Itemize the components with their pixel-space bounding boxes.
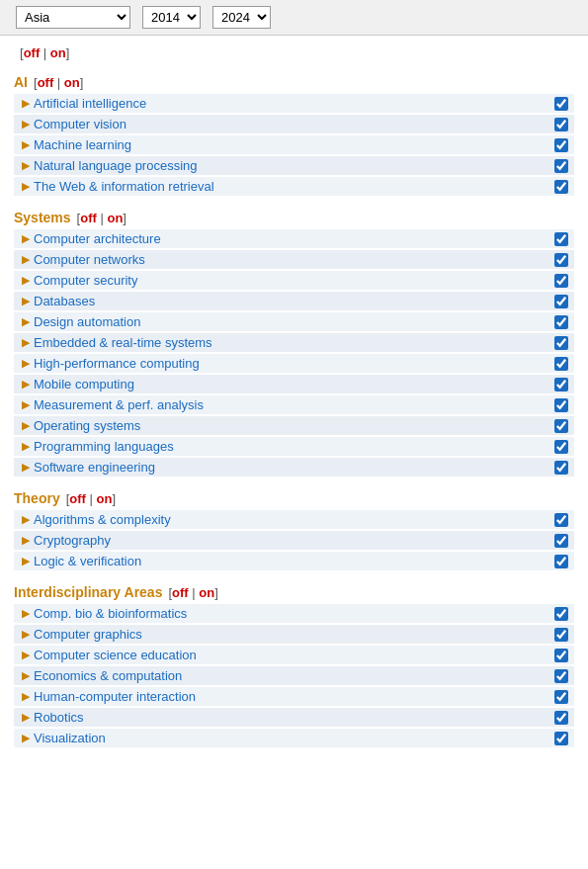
item-label[interactable]: Programming languages — [34, 439, 554, 454]
list-item: ▶Design automation — [14, 312, 574, 331]
expand-arrow-icon[interactable]: ▶ — [22, 315, 30, 328]
expand-arrow-icon[interactable]: ▶ — [22, 649, 30, 661]
expand-arrow-icon[interactable]: ▶ — [22, 628, 30, 641]
item-checkbox[interactable] — [554, 295, 568, 308]
expand-arrow-icon[interactable]: ▶ — [22, 711, 30, 724]
item-checkbox[interactable] — [554, 274, 568, 288]
expand-arrow-icon[interactable]: ▶ — [22, 419, 30, 432]
item-label[interactable]: The Web & information retrieval — [34, 179, 554, 194]
item-checkbox[interactable] — [554, 138, 568, 152]
expand-arrow-icon[interactable]: ▶ — [22, 232, 30, 245]
expand-arrow-icon[interactable]: ▶ — [22, 180, 30, 193]
item-checkbox[interactable] — [554, 461, 568, 475]
expand-arrow-icon[interactable]: ▶ — [22, 398, 30, 411]
expand-arrow-icon[interactable]: ▶ — [22, 378, 30, 391]
item-checkbox[interactable] — [554, 669, 568, 683]
item-label[interactable]: Operating systems — [34, 418, 554, 433]
expand-arrow-icon[interactable]: ▶ — [22, 513, 30, 526]
expand-arrow-icon[interactable]: ▶ — [22, 607, 30, 620]
expand-arrow-icon[interactable]: ▶ — [22, 440, 30, 453]
expand-arrow-icon[interactable]: ▶ — [22, 253, 30, 266]
item-checkbox[interactable] — [554, 253, 568, 267]
all-areas-off[interactable]: off — [24, 45, 41, 60]
item-checkbox[interactable] — [554, 419, 568, 433]
expand-arrow-icon[interactable]: ▶ — [22, 274, 30, 287]
item-label[interactable]: Algorithms & complexity — [34, 512, 554, 527]
item-label[interactable]: Computer science education — [34, 648, 554, 662]
expand-arrow-icon[interactable]: ▶ — [22, 97, 30, 110]
item-checkbox[interactable] — [554, 534, 568, 548]
expand-arrow-icon[interactable]: ▶ — [22, 138, 30, 151]
item-label[interactable]: Databases — [34, 294, 554, 308]
item-label[interactable]: Computer security — [34, 273, 554, 288]
section-toggles-interdisciplinary: [off | on] — [168, 585, 217, 600]
item-checkbox[interactable] — [554, 711, 568, 725]
region-select[interactable]: Asia North America Europe Australasia Ca… — [16, 6, 130, 29]
expand-arrow-icon[interactable]: ▶ — [22, 357, 30, 370]
section-off-ai[interactable]: off — [38, 75, 54, 90]
item-label[interactable]: Computer networks — [34, 252, 554, 267]
item-checkbox[interactable] — [554, 690, 568, 704]
expand-arrow-icon[interactable]: ▶ — [22, 732, 30, 744]
item-label[interactable]: Design automation — [34, 314, 554, 329]
item-label[interactable]: Machine learning — [34, 137, 554, 152]
item-checkbox[interactable] — [554, 357, 568, 371]
item-checkbox[interactable] — [554, 649, 568, 662]
item-checkbox[interactable] — [554, 628, 568, 642]
item-checkbox[interactable] — [554, 398, 568, 412]
from-year-select[interactable]: 201420152016 201720182019 202020212022 2… — [142, 6, 201, 29]
item-label[interactable]: Computer graphics — [34, 627, 554, 642]
item-checkbox[interactable] — [554, 232, 568, 246]
item-label[interactable]: Robotics — [34, 710, 554, 725]
item-checkbox[interactable] — [554, 315, 568, 329]
item-label[interactable]: Logic & verification — [34, 554, 554, 568]
item-label[interactable]: Artificial intelligence — [34, 96, 554, 111]
expand-arrow-icon[interactable]: ▶ — [22, 118, 30, 130]
sections-container: AI [off | on] ▶Artificial intelligence▶C… — [14, 74, 574, 747]
all-areas-on[interactable]: on — [50, 45, 66, 60]
item-checkbox[interactable] — [554, 97, 568, 111]
section-off-interdisciplinary[interactable]: off — [172, 585, 189, 600]
item-label[interactable]: Cryptography — [34, 533, 554, 548]
expand-arrow-icon[interactable]: ▶ — [22, 534, 30, 547]
expand-arrow-icon[interactable]: ▶ — [22, 690, 30, 703]
item-checkbox[interactable] — [554, 336, 568, 350]
item-label[interactable]: Natural language processing — [34, 158, 554, 173]
item-label[interactable]: Computer architecture — [34, 231, 554, 246]
section-label-ai: AI — [14, 74, 28, 90]
section-on-systems[interactable]: on — [107, 211, 123, 225]
expand-arrow-icon[interactable]: ▶ — [22, 336, 30, 349]
expand-arrow-icon[interactable]: ▶ — [22, 555, 30, 567]
list-item: ▶Measurement & perf. analysis — [14, 395, 574, 414]
item-label[interactable]: Human-computer interaction — [34, 689, 554, 704]
section-on-interdisciplinary[interactable]: on — [199, 585, 214, 600]
expand-arrow-icon[interactable]: ▶ — [22, 669, 30, 682]
expand-arrow-icon[interactable]: ▶ — [22, 159, 30, 172]
item-label[interactable]: Embedded & real-time systems — [34, 335, 554, 350]
item-label[interactable]: Visualization — [34, 731, 554, 745]
item-checkbox[interactable] — [554, 440, 568, 454]
item-checkbox[interactable] — [554, 378, 568, 391]
section-on-theory[interactable]: on — [97, 491, 113, 506]
item-checkbox[interactable] — [554, 159, 568, 173]
section-on-ai[interactable]: on — [64, 75, 80, 90]
section-off-systems[interactable]: off — [80, 211, 97, 225]
item-label[interactable]: Computer vision — [34, 117, 554, 131]
item-checkbox[interactable] — [554, 118, 568, 131]
expand-arrow-icon[interactable]: ▶ — [22, 461, 30, 474]
item-checkbox[interactable] — [554, 513, 568, 527]
to-year-select[interactable]: 201420152016 201720182019 202020212022 2… — [212, 6, 271, 29]
item-label[interactable]: High-performance computing — [34, 356, 554, 371]
item-label[interactable]: Software engineering — [34, 460, 554, 475]
item-label[interactable]: Measurement & perf. analysis — [34, 397, 554, 412]
item-checkbox[interactable] — [554, 555, 568, 568]
item-checkbox[interactable] — [554, 732, 568, 745]
item-checkbox[interactable] — [554, 180, 568, 194]
item-label[interactable]: Mobile computing — [34, 377, 554, 391]
section-off-theory[interactable]: off — [69, 491, 86, 506]
list-item: ▶Computer architecture — [14, 229, 574, 248]
item-label[interactable]: Comp. bio & bioinformatics — [34, 606, 554, 621]
expand-arrow-icon[interactable]: ▶ — [22, 295, 30, 307]
item-checkbox[interactable] — [554, 607, 568, 621]
item-label[interactable]: Economics & computation — [34, 668, 554, 683]
